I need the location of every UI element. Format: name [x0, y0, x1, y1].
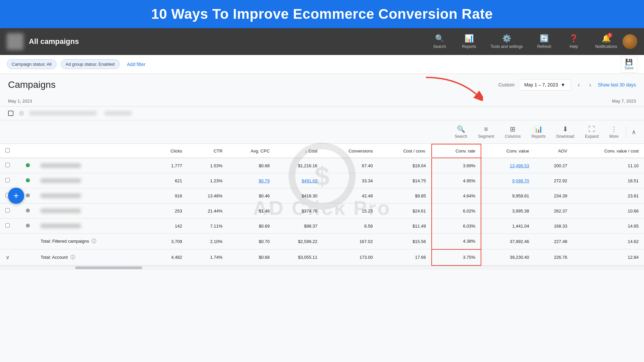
ad-group-status-filter[interactable]: Ad group status: Enabled	[61, 59, 120, 69]
nav-notifications[interactable]: 🔔 1 Notifications	[590, 32, 623, 52]
row-avg-cpc[interactable]: $0.79	[228, 173, 275, 188]
account-avatar-blurred	[7, 33, 23, 50]
blurred-extra	[105, 111, 131, 116]
row-conv-rate: 3.69%	[432, 158, 481, 173]
add-filter-button[interactable]: Add filter	[124, 60, 149, 69]
nav-help[interactable]: ❓ Help	[560, 32, 587, 52]
row-checkbox[interactable]	[0, 173, 15, 188]
row-cost-conv: $24.61	[378, 203, 431, 219]
save-icon: 💾	[625, 58, 633, 66]
row-clicks: 142	[152, 219, 187, 234]
header-right	[623, 34, 637, 49]
next-date-button[interactable]: ›	[586, 80, 594, 90]
campaign-status-filter[interactable]: Campaign status: All	[7, 59, 57, 69]
col-cost[interactable]: ↓ Cost	[275, 144, 323, 158]
row-status	[15, 173, 35, 188]
select-all-checkbox[interactable]	[8, 111, 13, 116]
row-cost-conv: $18.04	[378, 158, 431, 173]
nav-tools[interactable]: ⚙️ Tools and settings	[485, 32, 528, 52]
nav-tools-label: Tools and settings	[491, 44, 523, 49]
col-conversions[interactable]: Conversions	[323, 144, 378, 158]
total-account-row: ∨ Total: Account ⓘ 4,482 1.74% $0.68 $3,…	[0, 249, 644, 265]
row-conv-rate: 6.02%	[432, 203, 481, 219]
blurred-row	[0, 107, 644, 120]
add-campaign-button[interactable]: +	[8, 188, 24, 204]
notification-badge: 1	[607, 33, 612, 38]
show-last-30-button[interactable]: Show last 30 days	[598, 82, 636, 87]
toolbar-reports[interactable]: 📊 Reports	[527, 123, 550, 141]
total-account-conv-value: 39,230.40	[481, 249, 534, 265]
toolbar-divider	[626, 126, 626, 138]
status-dot-grey	[26, 208, 30, 213]
row-conv-value-cost: 18.51	[573, 173, 644, 188]
date-picker-button[interactable]: May 1 – 7, 2023 ▼	[519, 79, 571, 90]
nav-refresh[interactable]: 🔄 Refresh	[531, 32, 558, 52]
col-name	[35, 144, 152, 158]
total-filtered-cost-conv: $15.56	[378, 234, 431, 249]
nav-search[interactable]: 🔍 Search	[426, 32, 453, 52]
toolbar-download[interactable]: ⬇ Download	[552, 123, 579, 141]
nav-search-label: Search	[433, 44, 446, 49]
row-conv-value[interactable]: 9,098.70	[481, 173, 534, 188]
toolbar-more[interactable]: ⋮ More	[605, 123, 623, 141]
table-container: Clicks CTR Avg. CPC ↓ Cost Conversions C…	[0, 144, 644, 266]
scrollbar-thumb[interactable]	[75, 266, 142, 269]
total-account-avg-cpc: $0.68	[228, 249, 275, 265]
row-conv-value: 3,995.38	[481, 203, 534, 219]
row-name	[35, 158, 152, 173]
row-ctr: 1.53%	[187, 158, 228, 173]
row-ctr: 21.44%	[187, 203, 228, 219]
row-conv-rate: 4.64%	[432, 188, 481, 203]
chevron-down-icon: ▼	[561, 82, 566, 87]
col-aov[interactable]: AOV	[535, 144, 573, 158]
nav-notifications-label: Notifications	[595, 44, 617, 49]
col-cost-conv[interactable]: Cost / conv.	[378, 144, 431, 158]
row-checkbox[interactable]	[0, 158, 15, 173]
toolbar-search[interactable]: 🔍 Search	[450, 123, 472, 141]
total-account-conv-value-cost: 12.84	[573, 249, 644, 265]
total-status-cell	[15, 234, 35, 249]
status-dot-grey	[26, 224, 30, 228]
col-conv-value-cost[interactable]: Conv. value / cost	[573, 144, 644, 158]
custom-label: Custom	[498, 82, 515, 87]
nav-reports[interactable]: 📊 Reports	[456, 32, 483, 52]
toolbar-columns[interactable]: ⊞ Columns	[500, 123, 525, 141]
total-filtered-info-icon[interactable]: ⓘ	[92, 238, 96, 244]
select-all-header-checkbox[interactable]	[5, 148, 10, 153]
toolbar-expand[interactable]: ⛶ Expand	[580, 123, 603, 141]
total-filtered-cost: $2,599.22	[275, 234, 323, 249]
total-account-cost-conv: 17.66	[378, 249, 431, 265]
row-clicks: 916	[152, 188, 187, 203]
col-clicks[interactable]: Clicks	[152, 144, 187, 158]
total-filtered-label: Total: Filtered campaigns ⓘ	[35, 234, 152, 249]
row-status	[15, 158, 35, 173]
col-avg-cpc[interactable]: Avg. CPC	[228, 144, 275, 158]
save-button[interactable]: 💾 Save	[621, 56, 637, 73]
row-conv-value[interactable]: 13,498.53	[481, 158, 534, 173]
user-avatar[interactable]	[623, 34, 637, 49]
nav-help-label: Help	[570, 44, 578, 49]
row-conversions: 33.34	[323, 173, 378, 188]
row-conversions: 42.49	[323, 188, 378, 203]
collapse-button[interactable]: ∧	[629, 126, 639, 138]
row-cost-conv: $11.49	[378, 219, 431, 234]
total-account-info-icon[interactable]: ⓘ	[70, 254, 75, 260]
toolbar-segment[interactable]: ≡ Segment	[473, 123, 499, 141]
col-conv-value[interactable]: Conv. value	[481, 144, 534, 158]
horizontal-scrollbar[interactable]	[0, 266, 644, 270]
total-account-aov: 226.76	[535, 249, 573, 265]
prev-date-button[interactable]: ‹	[575, 80, 582, 90]
row-clicks: 253	[152, 203, 187, 219]
expand-icon[interactable]: ∨	[6, 254, 10, 260]
row-checkbox[interactable]	[0, 219, 15, 234]
row-cost[interactable]: $491.62	[275, 173, 323, 188]
col-ctr[interactable]: CTR	[187, 144, 228, 158]
search-icon: 🔍	[435, 34, 444, 43]
nav-reports-label: Reports	[462, 44, 476, 49]
save-label: Save	[625, 66, 634, 70]
table-toolbar: 🔍 Search ≡ Segment ⊞ Columns 📊 Reports ⬇…	[0, 120, 644, 144]
total-filtered-avg-cpc: $0.70	[228, 234, 275, 249]
row-checkbox[interactable]	[0, 203, 15, 219]
col-conv-rate[interactable]: Conv. rate	[432, 144, 481, 158]
expand-cell[interactable]: ∨	[0, 249, 15, 265]
